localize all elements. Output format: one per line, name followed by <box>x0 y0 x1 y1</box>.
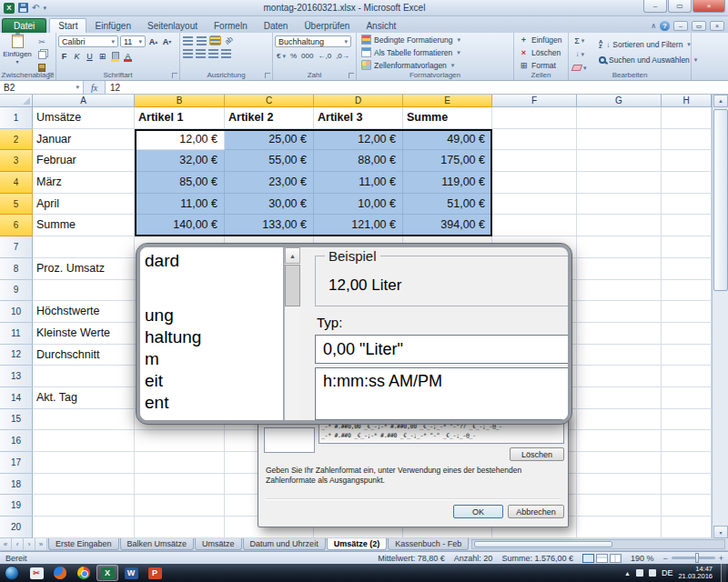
italic-button[interactable]: K <box>71 50 83 62</box>
ribbon-tab-seitenlayout[interactable]: Seitenlayout <box>139 19 206 33</box>
cell-H6[interactable] <box>662 215 712 236</box>
page-break-view-button[interactable] <box>610 554 622 563</box>
cell-C4[interactable]: 23,00 € <box>225 172 314 194</box>
font-color-button[interactable]: A <box>122 50 134 62</box>
cell-A19[interactable] <box>33 495 135 517</box>
cell-E2[interactable]: 49,00 € <box>403 129 492 151</box>
cell-H13[interactable] <box>662 366 712 387</box>
sort-filter-button[interactable]: AZ ↓ Sortieren und Filtern ▾ <box>596 37 700 52</box>
fill-button[interactable]: ↓▾ <box>572 48 587 60</box>
zoom-track[interactable] <box>672 557 715 559</box>
row-header-8[interactable]: 8 <box>0 258 33 280</box>
cell-F3[interactable] <box>492 150 577 172</box>
undo-icon[interactable]: ↶ <box>32 4 39 13</box>
cell-H9[interactable] <box>662 280 712 302</box>
cell-G9[interactable] <box>577 280 662 302</box>
font-name-select[interactable]: Calibri ▾ <box>58 35 118 47</box>
format-cells-button[interactable]: ⊞ Format <box>516 59 566 71</box>
cell-G19[interactable] <box>577 495 662 517</box>
autosum-button[interactable]: Σ▾ <box>572 35 587 46</box>
cell-C2[interactable]: 25,00 € <box>225 129 314 151</box>
cell-G16[interactable] <box>577 430 662 452</box>
zoom-slider[interactable]: − + <box>662 554 723 563</box>
ribbon-tab-start[interactable]: Start <box>49 18 86 33</box>
cell-B6[interactable]: 140,00 € <box>135 215 225 236</box>
cell-styles-button[interactable]: Zellenformatvorlagen ▾ <box>359 59 511 71</box>
start-button[interactable] <box>5 566 19 580</box>
ribbon-tab-ansicht[interactable]: Ansicht <box>358 19 404 33</box>
cell-H4[interactable] <box>662 172 712 194</box>
cell-H2[interactable] <box>662 129 712 151</box>
cell-A20[interactable] <box>33 517 135 538</box>
row-header-20[interactable]: 20 <box>0 517 33 538</box>
row-header-1[interactable]: 1 <box>0 107 33 129</box>
number-format-dropdown-icon[interactable]: ▾ <box>344 38 348 45</box>
column-header-D[interactable]: D <box>314 95 403 107</box>
cell-B17[interactable] <box>135 452 225 474</box>
font-name-dropdown-icon[interactable]: ▾ <box>111 38 115 45</box>
cell-G2[interactable] <box>577 129 662 151</box>
cell-H1[interactable] <box>662 107 712 129</box>
firefox-taskbar-icon[interactable] <box>49 565 71 581</box>
cell-D3[interactable]: 88,00 € <box>314 150 403 172</box>
last-sheet-icon[interactable]: » <box>35 538 47 550</box>
workbook-close-button[interactable]: × <box>710 21 724 31</box>
ribbon-tab-berpr-fen[interactable]: Überprüfen <box>296 19 358 33</box>
excel-taskbar-icon[interactable]: X <box>96 565 118 581</box>
number-dialog-launcher[interactable] <box>349 73 354 78</box>
cell-C1[interactable]: Artikel 2 <box>225 107 314 129</box>
row-header-7[interactable]: 7 <box>0 236 33 258</box>
cell-A1[interactable]: Umsätze <box>33 107 135 129</box>
row-header-4[interactable]: 4 <box>0 172 33 194</box>
normal-view-button[interactable] <box>582 554 594 563</box>
formula-input[interactable]: 12 <box>106 81 728 94</box>
font-size-dropdown-icon[interactable]: ▾ <box>138 38 142 45</box>
cell-G5[interactable] <box>577 194 662 216</box>
cell-G6[interactable] <box>577 215 662 236</box>
cell-B20[interactable] <box>135 517 225 538</box>
find-select-button[interactable]: Suchen und Auswählen ▾ <box>596 53 700 67</box>
type-input[interactable]: 0,00 "Liter" <box>315 335 571 364</box>
delete-format-button[interactable]: Löschen <box>510 447 564 461</box>
cell-B3[interactable]: 32,00 € <box>135 150 225 172</box>
cell-G10[interactable] <box>577 301 662 323</box>
next-sheet-icon[interactable]: › <box>24 538 35 550</box>
align-left-icon[interactable] <box>182 48 194 58</box>
column-header-B[interactable]: B <box>135 95 225 107</box>
cell-A9[interactable] <box>33 280 135 302</box>
cell-G12[interactable] <box>577 345 662 366</box>
cell-B2[interactable]: 12,00 € <box>135 129 225 151</box>
cell-D5[interactable]: 10,00 € <box>314 194 403 216</box>
row-header-2[interactable]: 2 <box>0 129 33 151</box>
cut-icon[interactable]: ✂ <box>36 37 47 46</box>
cell-A10[interactable]: Höchstwerte <box>33 301 135 323</box>
copy-icon[interactable] <box>38 51 46 59</box>
sheet-tab-datum-und-uhrzeit[interactable]: Datum und Uhrzeit <box>243 538 326 550</box>
cell-H10[interactable] <box>662 301 712 323</box>
underline-button[interactable]: U <box>84 50 96 62</box>
maximize-button[interactable]: ▭ <box>668 0 692 13</box>
language-indicator[interactable]: DE <box>662 568 673 577</box>
volume-icon[interactable] <box>649 569 656 577</box>
cell-A17[interactable] <box>33 452 135 474</box>
cell-H15[interactable] <box>662 409 712 431</box>
column-header-H[interactable]: H <box>662 95 712 107</box>
row-header-11[interactable]: 11 <box>0 323 33 345</box>
cell-D4[interactable]: 11,00 € <box>314 172 403 194</box>
sheet-tab-erste-eingaben[interactable]: Erste Eingaben <box>48 538 119 550</box>
cell-A14[interactable]: Akt. Tag <box>33 387 135 409</box>
cell-A16[interactable] <box>33 430 135 452</box>
cell-H20[interactable] <box>662 517 712 538</box>
horizontal-scroll-thumb[interactable] <box>474 541 612 547</box>
cell-H8[interactable] <box>662 258 712 280</box>
cell-H7[interactable] <box>662 236 712 258</box>
font-dialog-launcher[interactable] <box>172 73 177 78</box>
cell-A15[interactable] <box>33 409 135 431</box>
cell-A12[interactable]: Durchschnitt <box>33 345 135 366</box>
row-header-16[interactable]: 16 <box>0 430 33 452</box>
zoom-thumb[interactable] <box>695 553 699 563</box>
cell-G3[interactable] <box>577 150 662 172</box>
cell-A5[interactable]: April <box>33 194 135 216</box>
zoom-level[interactable]: 190 % <box>631 554 654 563</box>
cell-F4[interactable] <box>492 172 577 194</box>
